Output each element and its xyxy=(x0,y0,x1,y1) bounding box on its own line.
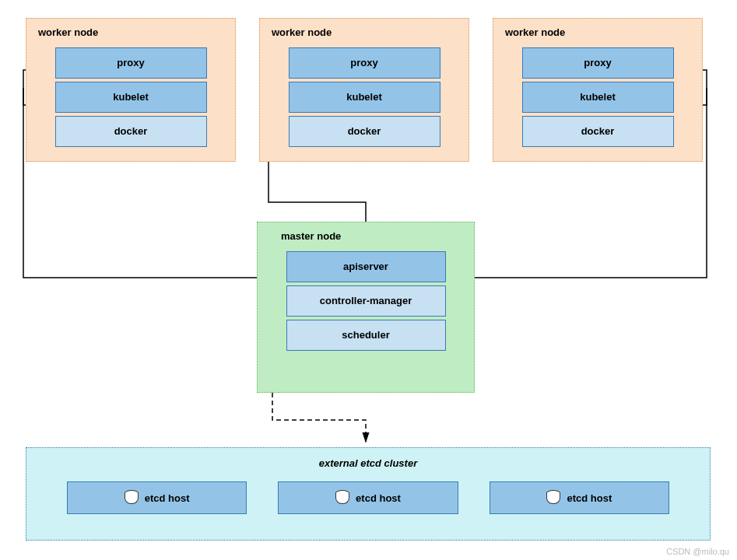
master-stack: apiserver controller-manager scheduler xyxy=(286,251,446,351)
worker-stack: proxy kubelet docker xyxy=(522,47,674,147)
etcd-host-label: etcd host xyxy=(567,492,612,504)
etcd-host-3: etcd host xyxy=(490,481,669,514)
etcd-host-label: etcd host xyxy=(145,492,190,504)
scheduler-box: scheduler xyxy=(286,320,446,351)
worker-node-title: worker node xyxy=(38,26,227,38)
worker-node-title: worker node xyxy=(505,26,694,38)
etcd-host-1: etcd host xyxy=(67,481,247,514)
proxy-box: proxy xyxy=(55,47,207,79)
docker-box: docker xyxy=(55,116,207,147)
database-icon xyxy=(546,490,559,506)
diagram-canvas: worker node proxy kubelet docker worker … xyxy=(0,0,737,560)
proxy-box: proxy xyxy=(289,47,440,79)
worker-node-3: worker node proxy kubelet docker xyxy=(493,18,703,162)
kubelet-box: kubelet xyxy=(522,82,674,113)
database-icon xyxy=(335,490,348,506)
kubelet-box: kubelet xyxy=(289,82,440,113)
etcd-host-label: etcd host xyxy=(356,492,401,504)
kubelet-box: kubelet xyxy=(55,82,207,113)
proxy-box: proxy xyxy=(522,47,674,79)
docker-box: docker xyxy=(289,116,440,147)
apiserver-box: apiserver xyxy=(286,251,446,282)
etcd-cluster-title: external etcd cluster xyxy=(36,457,700,469)
etcd-cluster: external etcd cluster etcd host etcd hos… xyxy=(26,447,711,541)
database-icon xyxy=(125,490,137,506)
docker-box: docker xyxy=(522,116,674,147)
worker-node-title: worker node xyxy=(272,26,461,38)
worker-node-2: worker node proxy kubelet docker xyxy=(259,18,469,162)
master-node-title: master node xyxy=(281,230,466,242)
controller-manager-box: controller-manager xyxy=(286,285,446,317)
etcd-host-2: etcd host xyxy=(278,481,458,514)
watermark: CSDN @milo.qu xyxy=(666,547,729,556)
worker-node-1: worker node proxy kubelet docker xyxy=(26,18,236,162)
worker-stack: proxy kubelet docker xyxy=(289,47,440,147)
master-node: master node apiserver controller-manager… xyxy=(257,222,475,393)
etcd-hosts-row: etcd host etcd host etcd host xyxy=(36,481,700,514)
worker-stack: proxy kubelet docker xyxy=(55,47,207,147)
